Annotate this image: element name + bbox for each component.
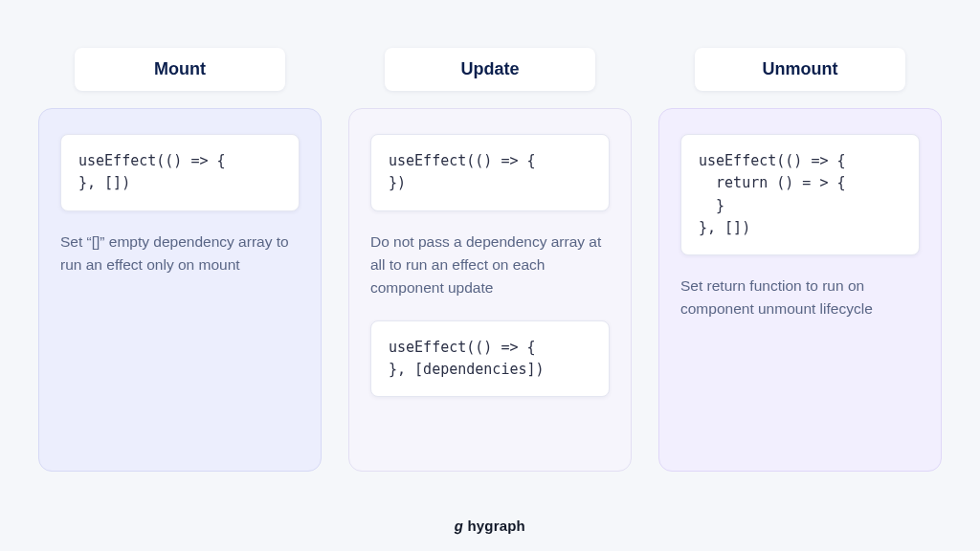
brand-name: hygraph (467, 518, 525, 534)
column-update: Update useEffect(() => { }) Do not pass … (348, 48, 632, 472)
code-update-nodeps: useEffect(() => { }) (370, 134, 610, 211)
code-unmount: useEffect(() => { return () = > { } }, [… (680, 134, 920, 255)
panel-mount: useEffect(() => { }, []) Set “[]” empty … (38, 108, 322, 472)
heading-unmount: Unmount (695, 48, 905, 91)
brand-footer: ghygraph (0, 518, 980, 534)
brand-logo-icon: g (454, 518, 465, 534)
column-mount: Mount useEffect(() => { }, []) Set “[]” … (38, 48, 322, 472)
heading-mount: Mount (75, 48, 285, 91)
columns-container: Mount useEffect(() => { }, []) Set “[]” … (38, 48, 942, 472)
desc-mount: Set “[]” empty dependency array to run a… (60, 231, 300, 276)
desc-update: Do not pass a dependency array at all to… (370, 231, 610, 299)
column-unmount: Unmount useEffect(() => { return () = > … (658, 48, 942, 472)
heading-update: Update (385, 48, 595, 91)
code-mount: useEffect(() => { }, []) (60, 134, 300, 211)
code-update-deps: useEffect(() => { }, [dependencies]) (370, 320, 610, 398)
panel-unmount: useEffect(() => { return () = > { } }, [… (658, 108, 942, 472)
desc-unmount: Set return function to run on component … (680, 275, 920, 320)
panel-update: useEffect(() => { }) Do not pass a depen… (348, 108, 632, 472)
